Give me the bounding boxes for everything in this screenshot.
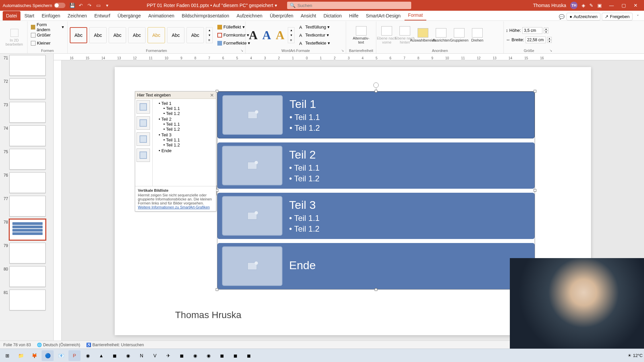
outline-item[interactable]: Teil 2Teil 1.1Teil 1.2 [159, 117, 215, 132]
height-spinner[interactable]: ▴▾ [544, 27, 548, 34]
smartart-title[interactable]: Teil 3 [289, 198, 320, 212]
thumbnail-preview[interactable] [9, 290, 46, 310]
resize-handle[interactable] [534, 189, 536, 192]
slide-position[interactable]: Folie 78 von 83 [3, 343, 31, 347]
smartart-row[interactable]: Ende [217, 243, 535, 289]
weather-widget[interactable]: ☀ 12°C [628, 353, 643, 358]
start-button[interactable]: ⊞ [1, 350, 13, 361]
onenote-icon[interactable]: N [136, 350, 148, 361]
app-icon[interactable]: V [149, 350, 161, 361]
smartart-row[interactable]: Teil 3• Teil 1.1• Teil 1.2 [217, 193, 535, 239]
vlc-icon[interactable]: ▲ [95, 350, 107, 361]
document-title[interactable]: PPT 01 Roter Faden 001.pptx • Auf "diese… [147, 3, 277, 8]
smartart-image-placeholder[interactable] [222, 146, 282, 185]
smartart-text-pane[interactable]: Hier Text eingeben ✕ Teil 1Teil 1.1Teil … [135, 91, 216, 212]
redo-icon[interactable]: ↷ [87, 3, 92, 8]
height-input[interactable] [522, 27, 542, 34]
tab-review[interactable]: Überprüfen [266, 11, 297, 20]
outline-thumb[interactable] [137, 148, 150, 162]
rotate-button[interactable]: Drehen [469, 28, 486, 42]
smartart-row[interactable]: Teil 1• Teil 1.1• Teil 1.2 [217, 92, 535, 138]
slide-thumbnail[interactable]: 77 [1, 196, 53, 217]
slide-thumbnail[interactable]: 78 [1, 219, 53, 240]
app-icon[interactable]: ◼ [109, 350, 121, 361]
tab-view[interactable]: Ansicht [297, 11, 319, 20]
outline-subitem[interactable]: Teil 1.2 [163, 127, 215, 132]
undo-icon[interactable]: ↶ [78, 3, 84, 8]
width-spinner[interactable]: ▴▾ [547, 37, 552, 43]
launcher-icon[interactable]: ↘ [240, 49, 243, 52]
text-pane-header[interactable]: Hier Text eingeben ✕ [135, 92, 216, 99]
smaller-button[interactable]: Kleiner [30, 40, 65, 47]
tab-dictation[interactable]: Dictation [320, 11, 345, 20]
resize-handle[interactable] [534, 90, 536, 93]
group-button[interactable]: Gruppieren [451, 28, 468, 42]
thumbnail-pane[interactable]: 7172737475767778798081 [0, 54, 54, 341]
shape-style-7[interactable]: Abc [186, 27, 204, 43]
smartart-text[interactable]: Teil 3• Teil 1.1• Teil 1.2 [289, 198, 320, 234]
chevron-down-icon[interactable]: ▾ [275, 3, 277, 8]
smartart-image-placeholder[interactable] [222, 95, 283, 135]
smartart-bullet[interactable]: • Teil 1.1 [289, 113, 320, 122]
outline-thumb[interactable] [137, 116, 150, 130]
diamond-icon[interactable]: ◈ [582, 3, 585, 8]
selection-pane-button[interactable]: Auswahlbereich [415, 28, 431, 42]
smartart-image-placeholder[interactable] [222, 246, 282, 286]
thumbnail-preview[interactable] [9, 219, 46, 240]
slide-thumbnail[interactable]: 81 [1, 290, 53, 310]
thumbnail-preview[interactable] [9, 172, 46, 193]
larger-button[interactable]: Größer [30, 32, 65, 39]
alttext-button[interactable]: Alternativ- text [353, 26, 370, 44]
wordart-more-button[interactable]: ▴▾≡ [288, 27, 294, 43]
outline-text[interactable]: Teil 1Teil 1.1Teil 1.2Teil 2Teil 1.1Teil… [153, 99, 216, 186]
thumbnail-preview[interactable] [9, 243, 46, 263]
shape-style-1[interactable]: Abc [70, 27, 87, 43]
tab-format[interactable]: Format [405, 10, 426, 20]
shape-style-5[interactable]: Abc [148, 27, 165, 43]
user-name[interactable]: Thomas Hruska [533, 3, 566, 8]
pen-icon[interactable]: ✎ [589, 3, 593, 8]
accessibility-button[interactable]: ♿ Barrierefreiheit: Untersuchen [86, 343, 144, 347]
autosave-toggle[interactable]: Automatisches Speichern [3, 3, 65, 8]
outline-item[interactable]: Teil 3Teil 1.1Teil 1.2 [159, 132, 215, 147]
thumbnail-preview[interactable] [9, 149, 46, 170]
comments-icon[interactable]: 💬 [558, 14, 565, 19]
share-button[interactable]: ↗ Freigeben [602, 13, 633, 20]
wordart-1[interactable]: A [248, 28, 259, 42]
align-button[interactable]: Ausrichten [433, 28, 449, 42]
outline-item[interactable]: Ende [159, 148, 215, 153]
thumbnail-preview[interactable] [9, 196, 46, 217]
outline-subitem[interactable]: Teil 1.1 [163, 122, 215, 127]
smartart-text[interactable]: Teil 2• Teil 1.1• Teil 1.2 [289, 148, 320, 183]
slide-thumbnail[interactable]: 75 [1, 149, 53, 170]
thumbnail-preview[interactable] [9, 125, 46, 146]
smartart-text[interactable]: Ende [289, 259, 316, 274]
user-avatar[interactable]: TH [570, 2, 578, 9]
smartart-graphic[interactable]: ▸ Teil 1• Teil 1.1• Teil 1.2Teil 2• Teil… [217, 91, 535, 290]
app-icon[interactable]: ◉ [203, 350, 215, 361]
shape-style-gallery[interactable]: Abc Abc Abc Abc Abc Abc Abc ▴▾≡ [70, 27, 213, 43]
edit-2d-icon[interactable] [10, 29, 18, 37]
app-icon[interactable]: ◼ [243, 350, 255, 361]
close-icon[interactable]: ✕ [210, 93, 214, 98]
tab-start[interactable]: Start [21, 11, 38, 20]
ribbon-collapse-icon[interactable]: ˅ [634, 14, 641, 19]
outline-thumb[interactable] [137, 132, 150, 146]
app-icon[interactable]: ◼ [176, 350, 188, 361]
smartart-bullet[interactable]: • Teil 1.2 [289, 224, 320, 234]
slide-thumbnail[interactable]: 74 [1, 125, 53, 146]
slide-thumbnail[interactable]: 80 [1, 266, 53, 287]
tab-slideshow[interactable]: Bildschirmpräsentation [178, 11, 233, 20]
tab-animations[interactable]: Animationen [145, 11, 178, 20]
info-link[interactable]: Weitere Informationen zu SmartArt-Grafik… [138, 205, 213, 209]
shape-style-2[interactable]: Abc [89, 27, 107, 43]
rotate-handle[interactable] [373, 82, 379, 88]
app-icon[interactable]: ◉ [82, 350, 94, 361]
slide-thumbnail[interactable]: 72 [1, 78, 53, 99]
outline-item[interactable]: Teil 1Teil 1.1Teil 1.2 [159, 101, 215, 116]
textcontour-button[interactable]: ATextkontur ▾ [298, 32, 331, 39]
outline-subitem[interactable]: Teil 1.2 [163, 142, 215, 147]
outline-subitem[interactable]: Teil 1.1 [163, 106, 215, 111]
launcher-icon[interactable]: ↘ [549, 49, 552, 52]
smartart-bullet[interactable]: • Teil 1.1 [289, 163, 320, 173]
